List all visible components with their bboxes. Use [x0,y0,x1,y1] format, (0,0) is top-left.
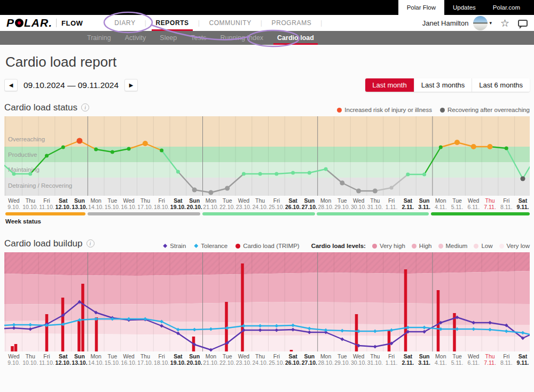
axis-date-label: 27.10. [302,359,317,366]
zone-label-overreaching: Overreaching [8,136,45,142]
status-point-gray [225,186,230,191]
subnav-item-training[interactable]: Training [80,31,118,45]
range-button-last-3-months[interactable]: Last 3 months [414,78,473,92]
nav-item-diary[interactable]: DIARY [105,15,144,31]
axis-date-label: 9.10. [7,204,20,210]
nav-item-reports[interactable]: REPORTS [146,15,198,31]
cardio-load-buildup-chart[interactable]: Wed9.10.Thu10.10.Fri11.10.Sat12.10.Sun13… [4,252,530,366]
axis-day-label: Wed [353,197,365,204]
week-status-bar [202,212,315,215]
axis-day-label: Sun [304,353,315,359]
feedback-chat-icon[interactable] [518,20,528,27]
prev-period-button[interactable]: ◀ [4,79,18,91]
info-icon[interactable]: i [87,239,95,247]
axis-date-label: 24.10. [253,359,268,366]
reports-subnav: TrainingActivitySleepTestsRunning IndexC… [0,31,534,45]
axis-date-label: 23.10. [236,204,252,210]
axis-date-label: 26.10. [285,359,301,366]
axis-date-label: 11.10. [39,204,54,210]
axis-date-label: 28.10. [318,204,333,210]
range-button-last-month[interactable]: Last month [365,78,414,92]
trimp-bar [45,314,49,351]
axis-date-label: 13.10. [72,359,87,366]
axis-day-label: Sun [74,197,85,204]
nav-item-community[interactable]: COMMUNITY [200,15,260,31]
nav-item-programs[interactable]: PROGRAMS [263,15,321,31]
axis-date-label: 5.11. [451,359,464,366]
buildup-section-title: Cardio load buildupi [4,238,95,249]
axis-date-label: 31.10. [367,204,383,210]
axis-day-label: Mon [320,197,332,204]
axis-day-label: Sun [419,353,430,359]
axis-date-label: 27.10. [302,204,317,210]
axis-day-label: Sat [59,353,68,359]
main-navigation: P LAR. FLOW DIARY|REPORTS|COMMUNITY|PROG… [0,15,534,31]
avatar[interactable] [473,16,488,30]
axis-day-label: Fri [273,197,280,204]
trimp-bar [241,263,244,351]
zone-label-detraining-recovering: Detraining / Recovering [8,182,72,189]
status-point-lightgreen [422,173,426,177]
axis-day-label: Sun [419,197,430,204]
diamond-icon [163,244,167,248]
favorites-star-icon[interactable]: ☆ [500,18,509,28]
subnav-item-sleep[interactable]: Sleep [153,31,184,45]
legend-item-tolerance: Tolerance [194,243,227,249]
user-name[interactable]: Janet Hamilton [422,19,469,27]
axis-date-label: 19.10. [170,359,186,366]
status-point-green [94,148,98,151]
axis-day-label: Fri [503,353,509,359]
zone-maintaining [4,162,530,178]
axis-day-label: Thu [140,353,150,359]
axis-day-label: Tue [337,197,347,204]
zone-label-productive: Productive [8,151,37,158]
cardio-load-status-chart[interactable]: OverreachingProductiveMaintainingDetrain… [4,116,530,218]
axis-date-label: 26.10. [285,204,301,210]
status-legend: Increased risk of injury or illnessRecov… [329,107,530,113]
axis-day-label: Sun [74,353,85,359]
axis-day-label: Mon [90,197,101,204]
axis-day-label: Sat [288,353,297,359]
status-point-lightgreen [291,171,295,175]
legend-label: Recovering after overreaching [447,107,530,113]
status-point-lightgreen [308,171,311,175]
range-button-last-6-months[interactable]: Last 6 months [472,78,530,92]
legend-item-cardio-load-trimp: Cardio load (TRIMP) [235,243,299,249]
axis-day-label: Mon [435,197,446,204]
subnav-item-cardio-load[interactable]: Cardio load [270,31,321,45]
chevron-down-icon[interactable]: ▾ [489,20,492,26]
axis-day-label: Sat [519,353,528,359]
status-point-gray [340,181,344,186]
logo-divider [56,19,57,27]
status-point-lightgreen [242,172,246,176]
axis-day-label: Thu [370,197,380,204]
zone-detraining-recovering [4,178,530,196]
axis-date-label: 2.11. [402,204,414,210]
topbar-tab-polar-flow[interactable]: Polar Flow [398,0,444,15]
axis-day-label: Thu [26,197,35,204]
axis-date-label: 5.11. [451,204,464,210]
next-period-button[interactable]: ▶ [124,79,138,91]
axis-date-label: 14.10. [88,204,104,210]
status-section-header: Cardio load statusi Increased risk of in… [4,102,530,113]
axis-date-label: 10.10. [22,204,38,210]
range-button-group: Last monthLast 3 monthsLast 6 months [365,78,530,92]
axis-date-label: 19.10. [170,204,186,210]
axis-day-label: Sun [189,197,200,204]
topbar-tab-polar-com[interactable]: Polar.com [484,0,529,15]
status-point-green [127,147,131,151]
topbar-tab-updates[interactable]: Updates [444,0,484,15]
axis-date-label: 17.10. [137,359,153,366]
week-status-bar [431,212,530,215]
subnav-item-activity[interactable]: Activity [118,31,153,45]
axis-day-label: Sun [189,353,200,359]
legend-label: Increased risk of injury or illness [344,107,432,113]
status-point-lightgreen [274,172,278,176]
polar-logo[interactable]: P LAR. [6,17,52,29]
legend-label: Cardio load (TRIMP) [243,243,299,249]
dot-icon [438,244,443,249]
subnav-item-tests[interactable]: Tests [184,31,213,45]
axis-day-label: Mon [320,353,332,359]
subnav-item-running-index[interactable]: Running Index [213,31,270,45]
info-icon[interactable]: i [81,103,89,111]
